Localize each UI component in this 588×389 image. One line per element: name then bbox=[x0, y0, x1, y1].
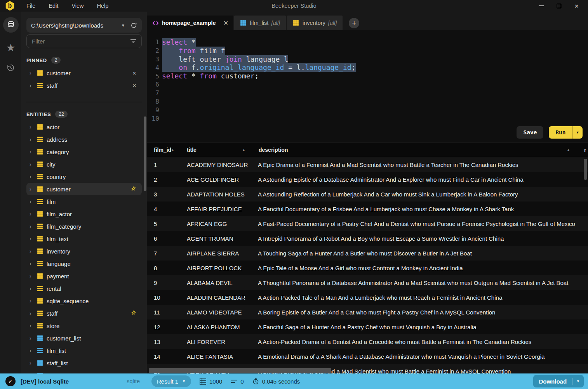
sidebar-item-rental[interactable]: ›rental bbox=[26, 282, 142, 295]
menu-view[interactable]: View bbox=[71, 3, 84, 9]
sidebar-item-sales_by_store[interactable]: ›sales_by_store bbox=[26, 369, 142, 373]
table-row[interactable]: 8AIRPORT POLLOCKA Epic Tale of a Moose A… bbox=[147, 260, 588, 275]
sidebar-item-store[interactable]: ›store bbox=[26, 320, 142, 332]
dialect-label: sqlite bbox=[115, 378, 140, 384]
column-header-description[interactable]: description ▲ bbox=[252, 142, 581, 157]
table-row[interactable]: 4AFFAIR PREJUDICEA Fanciful Documentary … bbox=[147, 201, 588, 216]
sidebar-item-staff[interactable]: ›staff× bbox=[26, 79, 142, 92]
sidebar-item-film_category[interactable]: ›film_category bbox=[26, 220, 142, 233]
line-number: 8 bbox=[147, 98, 159, 105]
table-row[interactable]: 14ALICE FANTASIAA Emotional Drama of a A… bbox=[147, 349, 588, 364]
table-row[interactable]: 13ALI FOREVERA Action-Packed Drama of a … bbox=[147, 334, 588, 349]
table-icon bbox=[37, 260, 43, 267]
table-icon bbox=[37, 285, 43, 292]
sidebar-item-film[interactable]: ›film bbox=[26, 195, 142, 208]
run-button[interactable]: Run ▼ bbox=[549, 126, 583, 139]
sidebar-item-staff[interactable]: ›staff bbox=[26, 307, 142, 320]
menu-file[interactable]: File bbox=[26, 3, 35, 9]
entity-name: country bbox=[47, 174, 66, 180]
entity-name: sqlite_sequence bbox=[47, 298, 89, 304]
sidebar-item-country[interactable]: ›country bbox=[26, 170, 142, 183]
new-tab-button[interactable]: + bbox=[349, 18, 359, 28]
pin-icon[interactable] bbox=[130, 186, 136, 192]
unpin-close-icon[interactable]: × bbox=[132, 70, 136, 76]
save-button[interactable]: Save bbox=[517, 126, 543, 139]
download-options-caret-icon[interactable]: ▼ bbox=[572, 379, 584, 383]
download-button[interactable]: Download ▼ bbox=[533, 375, 584, 387]
tab-inventory[interactable]: inventory[all] bbox=[287, 16, 343, 30]
table-row[interactable]: 5AFRICAN EGGA Fast-Paced Documentary of … bbox=[147, 216, 588, 231]
view-icon bbox=[37, 347, 43, 354]
run-label[interactable]: Run bbox=[549, 126, 572, 139]
sidebar-item-payment[interactable]: ›payment bbox=[26, 270, 142, 282]
sidebar-item-customer[interactable]: ›customer× bbox=[26, 67, 142, 79]
menu-edit[interactable]: Edit bbox=[49, 3, 58, 9]
history-icon[interactable] bbox=[6, 63, 15, 74]
vertical-scrollbar[interactable] bbox=[584, 159, 587, 180]
code-line: 10 bbox=[147, 114, 588, 123]
table-row[interactable]: 1ACADEMY DINOSAURA Epic Drama of a Femin… bbox=[147, 157, 588, 172]
run-options-caret-icon[interactable]: ▼ bbox=[573, 130, 583, 134]
table-icon bbox=[37, 236, 43, 242]
sidebar-item-staff_list[interactable]: ›staff_list bbox=[26, 357, 142, 369]
sidebar-item-address[interactable]: ›address bbox=[26, 133, 142, 146]
sort-asc-icon: ▲ bbox=[242, 148, 245, 152]
refresh-icon[interactable] bbox=[130, 22, 137, 29]
sidebar-item-actor[interactable]: ›actor bbox=[26, 121, 142, 133]
sidebar-scrollbar[interactable] bbox=[144, 116, 146, 191]
table-row[interactable]: 2ACE GOLDFINGERA Astounding Epistle of a… bbox=[147, 172, 588, 187]
table-row[interactable]: 12ALASKA PHANTOMA Fanciful Saga of a Hun… bbox=[147, 320, 588, 334]
chevron-right-icon: › bbox=[30, 323, 33, 329]
sidebar-item-inventory[interactable]: ›inventory bbox=[26, 245, 142, 257]
tab-close-icon[interactable]: ✕ bbox=[223, 19, 228, 27]
horizontal-scrollbar[interactable] bbox=[149, 368, 331, 373]
status-bar: ✓ [DEV] local Sqlite sqlite Result 1 ▼ 1… bbox=[0, 373, 588, 389]
code-line: 8 bbox=[147, 97, 588, 106]
sql-editor[interactable]: 1select *2 from film f3 left outer join … bbox=[147, 30, 588, 142]
line-number: 1 bbox=[147, 38, 159, 46]
close-icon[interactable]: × bbox=[574, 2, 579, 10]
sort-asc-icon: ▲ bbox=[171, 148, 174, 152]
connection-dropdown[interactable]: C:\Users\ghstng\Downloads ▼ bbox=[26, 18, 142, 33]
cell-description: A Intrepid Panorama of a Robot And a Boy… bbox=[252, 235, 588, 242]
sidebar-item-category[interactable]: ›category bbox=[26, 146, 142, 158]
table-row[interactable]: 6AGENT TRUMANA Intrepid Panorama of a Ro… bbox=[147, 231, 588, 246]
sidebar-item-city[interactable]: ›city bbox=[26, 158, 142, 170]
tab-homepage_example[interactable]: homepage_example✕ bbox=[147, 16, 233, 30]
sidebar-item-customer_list[interactable]: ›customer_list bbox=[26, 332, 142, 344]
column-header-clipped[interactable]: r bbox=[581, 142, 588, 157]
sidebar-item-sqlite_sequence[interactable]: ›sqlite_sequence bbox=[26, 295, 142, 307]
token: left outer bbox=[162, 55, 225, 63]
sidebar-item-customer[interactable]: ›customer bbox=[26, 183, 142, 195]
favorites-star-icon[interactable]: ★ bbox=[6, 43, 15, 53]
result-selector[interactable]: Result 1 ▼ bbox=[151, 375, 191, 387]
editor-actions: Save Run ▼ bbox=[517, 126, 583, 139]
pin-icon[interactable] bbox=[130, 310, 136, 316]
pinned-section-header[interactable]: PINNED 2 bbox=[26, 56, 147, 64]
token: language l bbox=[242, 55, 288, 63]
column-header-film-id[interactable]: film_id ▲ bbox=[147, 142, 180, 157]
table-row[interactable]: 10ALADDIN CALENDARA Action-Packed Tale o… bbox=[147, 290, 588, 305]
table-row[interactable]: 3ADAPTATION HOLESA Astounding Reflection… bbox=[147, 187, 588, 201]
download-label[interactable]: Download bbox=[533, 378, 572, 385]
tab-film_list[interactable]: film_list[all] bbox=[234, 16, 286, 30]
chevron-right-icon: › bbox=[30, 149, 33, 155]
table-row[interactable]: 7AIRPLANE SIERRAA Touching Saga of a Hun… bbox=[147, 246, 588, 260]
entities-section-header[interactable]: ENTITIES 22 bbox=[26, 110, 147, 118]
column-header-title[interactable]: title ▲ bbox=[180, 142, 252, 157]
sidebar-divider bbox=[26, 102, 142, 102]
table-row[interactable]: 11ALAMO VIDEOTAPEA Boring Epistle of a B… bbox=[147, 305, 588, 320]
sidebar-item-language[interactable]: ›language bbox=[26, 257, 142, 270]
sidebar-item-film_text[interactable]: ›film_text bbox=[26, 233, 142, 245]
table-row[interactable]: 9ALABAMA DEVILA Thoughtful Panorama of a… bbox=[147, 275, 588, 290]
menu-help[interactable]: Help bbox=[97, 3, 109, 9]
minimize-icon[interactable] bbox=[539, 5, 544, 6]
filter-input[interactable] bbox=[32, 38, 130, 45]
sidebar-item-film_actor[interactable]: ›film_actor bbox=[26, 208, 142, 220]
database-tab-icon[interactable] bbox=[3, 17, 19, 33]
sidebar-item-film_list[interactable]: ›film_list bbox=[26, 344, 142, 357]
unpin-close-icon[interactable]: × bbox=[132, 82, 136, 89]
maximize-icon[interactable] bbox=[557, 4, 561, 8]
token: * bbox=[187, 72, 200, 80]
table-icon bbox=[37, 323, 43, 329]
